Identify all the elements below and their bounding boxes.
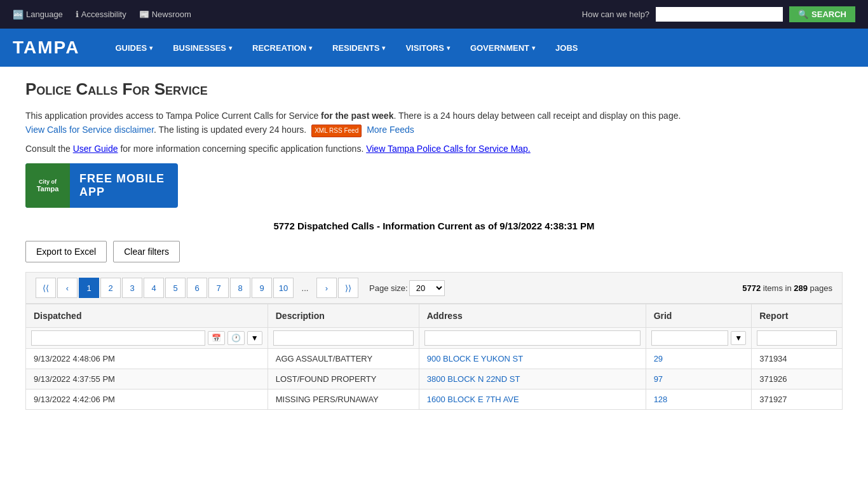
pages-text: pages — [810, 283, 832, 293]
description-cont: . There is a 24 hours delay between call… — [393, 111, 681, 121]
page-1-button[interactable]: 1 — [79, 278, 99, 298]
newsroom-icon: 📰 — [139, 10, 149, 19]
newsroom-label: Newsroom — [152, 10, 191, 19]
nav-guides[interactable]: GUIDES ▾ — [105, 29, 163, 67]
cell-report: 371926 — [752, 369, 843, 390]
cell-grid: 97 — [646, 369, 752, 390]
search-button[interactable]: 🔍 SEARCH — [789, 6, 855, 22]
address-link[interactable]: 3800 BLOCK N 22ND ST — [427, 374, 520, 384]
page-8-button[interactable]: 8 — [230, 278, 250, 298]
cell-description: LOST/FOUND PROPERTY — [268, 369, 419, 390]
page-9-button[interactable]: 9 — [252, 278, 272, 298]
data-table: Dispatched Description Address Grid Repo… — [25, 304, 843, 410]
pages-count: 289 — [794, 283, 808, 293]
chevron-down-icon: ▾ — [309, 44, 312, 51]
mobile-logo-city: City of — [37, 179, 59, 185]
filter-grid-cell: ▼ — [646, 328, 752, 349]
table-row: 9/13/2022 4:42:06 PM MISSING PERS/RUNAWA… — [26, 390, 843, 410]
nav-jobs[interactable]: JOBS — [545, 29, 588, 67]
page-7-button[interactable]: 7 — [208, 278, 229, 298]
filter-grid-input[interactable] — [651, 330, 729, 346]
pagination-left: ⟨⟨ ‹ 1 2 3 4 5 6 7 8 9 10 ... › ⟩⟩ Page … — [36, 278, 445, 298]
prev-page-button[interactable]: ‹ — [57, 278, 78, 298]
description-bold: for the past week — [321, 111, 393, 121]
cell-grid: 29 — [646, 349, 752, 369]
address-link[interactable]: 900 BLOCK E YUKON ST — [427, 354, 524, 363]
site-logo[interactable]: TAMPA — [13, 37, 79, 58]
items-text: items in — [763, 283, 792, 293]
cell-address: 1600 BLOCK E 7TH AVE — [419, 390, 646, 410]
cell-description: AGG ASSAULT/BATTERY — [268, 349, 419, 369]
filter-address-input[interactable] — [424, 330, 641, 346]
filter-description-input[interactable] — [273, 330, 414, 346]
cell-report: 371934 — [752, 349, 843, 369]
accessibility-label: Accessibility — [81, 10, 126, 19]
col-header-report: Report — [752, 304, 843, 328]
nav-items: GUIDES ▾ BUSINESSES ▾ RECREATION ▾ RESID… — [105, 29, 588, 67]
language-link[interactable]: 🔤 Language — [13, 10, 63, 20]
page-5-button[interactable]: 5 — [165, 278, 186, 298]
page-2-button[interactable]: 2 — [100, 278, 121, 298]
filter-icon-button[interactable]: ▼ — [247, 331, 262, 345]
export-excel-button[interactable]: Export to Excel — [25, 241, 107, 262]
main-content: Police Calls For Service This applicatio… — [0, 67, 868, 423]
clock-icon-button[interactable]: 🕐 — [227, 331, 245, 345]
accessibility-link[interactable]: ℹ Accessibility — [76, 10, 126, 19]
filter-description-cell — [268, 328, 419, 349]
mobile-app-banner[interactable]: City of Tampa FREE MOBILE APP — [25, 163, 178, 208]
chevron-down-icon: ▾ — [229, 44, 232, 51]
nav-bar: TAMPA GUIDES ▾ BUSINESSES ▾ RECREATION ▾… — [0, 29, 868, 67]
filter-dispatched-input[interactable] — [31, 330, 205, 346]
calendar-icon-button[interactable]: 📅 — [208, 331, 225, 345]
chevron-down-icon: ▾ — [532, 44, 535, 51]
search-input[interactable] — [656, 7, 783, 22]
chevron-down-icon: ▾ — [149, 44, 153, 51]
cell-dispatched: 9/13/2022 4:42:06 PM — [26, 390, 268, 410]
page-10-button[interactable]: 10 — [273, 278, 294, 298]
pagination-right: 5772 items in 289 pages — [742, 283, 832, 293]
user-guide-link[interactable]: User Guide — [73, 144, 118, 154]
ellipsis: ... — [295, 278, 315, 298]
table-header-row: Dispatched Description Address Grid Repo… — [26, 304, 843, 328]
address-link[interactable]: 1600 BLOCK E 7TH AVE — [427, 395, 519, 404]
col-header-grid: Grid — [646, 304, 752, 328]
last-page-button[interactable]: ⟩⟩ — [338, 278, 358, 298]
utility-bar: 🔤 Language ℹ Accessibility 📰 Newsroom Ho… — [0, 0, 868, 29]
disclaimer-link[interactable]: View Calls for Service disclaimer — [25, 125, 154, 135]
info-icon: ℹ — [76, 10, 79, 19]
grid-link[interactable]: 128 — [654, 395, 668, 404]
page-3-button[interactable]: 3 — [122, 278, 142, 298]
grid-filter-icon-button[interactable]: ▼ — [731, 331, 746, 345]
search-btn-label: SEARCH — [811, 10, 846, 19]
grid-link[interactable]: 97 — [654, 374, 663, 384]
nav-visitors[interactable]: VISITORS ▾ — [395, 29, 459, 67]
grid-link[interactable]: 29 — [654, 354, 663, 363]
more-feeds-link[interactable]: More Feeds — [367, 125, 414, 135]
update-text: . The listing is updated every 24 hours. — [154, 125, 306, 135]
guide-line: Consult the User Guide for more informat… — [25, 144, 843, 154]
nav-businesses[interactable]: BUSINESSES ▾ — [163, 29, 242, 67]
language-icon: 🔤 — [13, 10, 24, 20]
col-header-description: Description — [268, 304, 419, 328]
filter-report-input[interactable] — [757, 330, 837, 346]
col-header-address: Address — [419, 304, 646, 328]
chevron-down-icon: ▾ — [382, 44, 385, 51]
table-row: 9/13/2022 4:48:06 PM AGG ASSAULT/BATTERY… — [26, 349, 843, 369]
first-page-button[interactable]: ⟨⟨ — [36, 278, 56, 298]
newsroom-link[interactable]: 📰 Newsroom — [139, 10, 191, 19]
mobile-app-logo: City of Tampa — [25, 163, 70, 208]
filter-dispatched-cell: 📅 🕐 ▼ — [26, 328, 268, 349]
nav-recreation[interactable]: RECREATION ▾ — [242, 29, 322, 67]
clear-filters-button[interactable]: Clear filters — [113, 241, 180, 262]
page-size-select[interactable]: 20 50 100 — [409, 280, 445, 296]
next-page-button[interactable]: › — [316, 278, 337, 298]
page-4-button[interactable]: 4 — [144, 278, 164, 298]
nav-residents[interactable]: RESIDENTS ▾ — [322, 29, 395, 67]
map-link[interactable]: View Tampa Police Calls for Service Map. — [366, 144, 531, 154]
nav-government[interactable]: GOVERNMENT ▾ — [460, 29, 545, 67]
page-6-button[interactable]: 6 — [187, 278, 207, 298]
rss-badge[interactable]: XML RSS Feed — [311, 125, 362, 137]
filter-address-cell — [419, 328, 646, 349]
filter-report-cell — [752, 328, 843, 349]
search-icon: 🔍 — [798, 10, 808, 19]
